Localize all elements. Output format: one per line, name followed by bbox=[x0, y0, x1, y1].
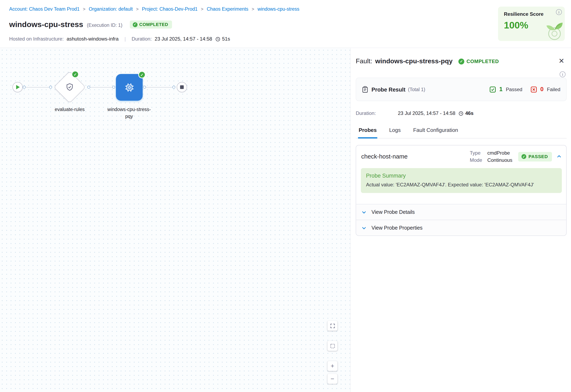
info-icon[interactable]: i bbox=[556, 9, 562, 15]
probe-summary-text: Actual value: 'EC2AMAZ-QMVAF4J'. Expecte… bbox=[366, 182, 557, 188]
breadcrumb-organization[interactable]: Organization: default bbox=[89, 6, 133, 12]
check-circle-icon: ✓ bbox=[458, 58, 464, 64]
page-header: Account: Chaos Dev Team Prod1 > Organiza… bbox=[0, 0, 571, 47]
panel-duration-row: Duration: 23 Jul 2025, 14:57 - 14:58 46s bbox=[356, 111, 567, 116]
view-probe-details-expander[interactable]: View Probe Details bbox=[356, 204, 566, 220]
play-icon bbox=[15, 85, 20, 89]
probe-summary-box: Probe Summary Actual value: 'EC2AMAZ-QMV… bbox=[361, 168, 562, 193]
view-probe-properties-label: View Probe Properties bbox=[371, 225, 422, 231]
execution-id: (Execution ID: 1) bbox=[87, 22, 122, 28]
stop-icon bbox=[180, 85, 184, 89]
meta-row: Hosted on Infrastructure: ashutosh-windo… bbox=[9, 36, 230, 42]
select-area-button[interactable] bbox=[328, 341, 337, 351]
probe-card: check-host-name Type cmdProbe Mode Conti… bbox=[356, 145, 567, 236]
passed-count: 1 bbox=[499, 86, 502, 93]
probe-result-total: (Total 1) bbox=[408, 87, 425, 92]
probe-result-counts: 1 Passed 0 Failed bbox=[490, 86, 560, 93]
edge-line bbox=[146, 87, 172, 88]
probe-type-value: cmdProbe bbox=[487, 150, 512, 156]
fault-header: Fault: windows-cpu-stress-pqy ✓ COMPLETE… bbox=[356, 57, 567, 65]
pipeline-stop-node[interactable] bbox=[177, 82, 187, 92]
infra-label: Hosted on Infrastructure: bbox=[9, 36, 64, 42]
probe-status-badge: ✓ PASSED bbox=[518, 152, 552, 161]
edge-line bbox=[90, 87, 113, 88]
edge-dot bbox=[87, 86, 90, 88]
fault-status: ✓ COMPLETED bbox=[458, 58, 499, 64]
collapse-probe-button[interactable] bbox=[556, 154, 562, 159]
fault-status-label: COMPLETED bbox=[466, 58, 499, 64]
pipeline-node-evaluate-rules[interactable]: ✓ bbox=[53, 71, 86, 104]
breadcrumb-chaos-experiments[interactable]: Chaos Experiments bbox=[207, 6, 248, 12]
failed-count: 0 bbox=[540, 86, 543, 93]
edge-dot bbox=[172, 86, 175, 88]
resilience-score-card: Resilience Score 100% i bbox=[498, 7, 565, 41]
panel-duration-value: 23 Jul 2025, 14:57 - 14:58 bbox=[398, 111, 455, 116]
app-root: Account: Chaos Dev Team Prod1 > Organiza… bbox=[0, 0, 571, 392]
passed-checkbox-icon bbox=[490, 86, 496, 92]
edge-dot bbox=[112, 86, 115, 88]
edge-dot bbox=[143, 86, 146, 88]
probe-summary-title: Probe Summary bbox=[366, 172, 557, 179]
edge-dot bbox=[49, 86, 52, 88]
chevron-down-icon bbox=[361, 209, 367, 215]
resilience-score-label: Resilience Score bbox=[504, 11, 559, 17]
panel-tabs: Probes Logs Fault Configuration bbox=[356, 124, 567, 139]
probe-result-card: Probe Result (Total 1) 1 Passed 0 Failed… bbox=[356, 78, 567, 101]
probe-mode-value: Continuous bbox=[487, 157, 512, 163]
duration-value: 23 Jul 2025, 14:57 - 14:58 bbox=[155, 36, 212, 42]
cpu-fault-icon bbox=[124, 82, 135, 93]
tab-fault-configuration[interactable]: Fault Configuration bbox=[412, 124, 459, 138]
success-check-badge: ✓ bbox=[72, 71, 78, 77]
breadcrumb-current[interactable]: windows-cpu-stress bbox=[258, 6, 300, 12]
info-icon[interactable]: i bbox=[560, 71, 566, 77]
status-badge: ✓ COMPLETED bbox=[130, 20, 172, 28]
probe-mode-label: Mode bbox=[470, 157, 482, 163]
chevron-right-icon: > bbox=[201, 6, 203, 12]
probe-name: check-host-name bbox=[361, 153, 407, 160]
zoom-out-button[interactable]: − bbox=[328, 374, 337, 384]
infra-value: ashutosh-windows-infra bbox=[67, 36, 119, 42]
close-panel-button[interactable]: ✕ bbox=[558, 57, 564, 65]
pipeline-node-windows-cpu-stress-pqy[interactable]: ✓ bbox=[116, 74, 143, 101]
view-probe-details-label: View Probe Details bbox=[371, 209, 415, 215]
chevron-down-icon bbox=[361, 225, 367, 231]
tab-probes[interactable]: Probes bbox=[358, 124, 377, 138]
fullscreen-button[interactable] bbox=[328, 321, 337, 331]
panel-duration-elapsed: 46s bbox=[458, 111, 473, 116]
probe-result-label: Probe Result bbox=[371, 86, 405, 92]
status-badge-label: COMPLETED bbox=[139, 22, 168, 27]
fault-title-prefix: Fault: bbox=[356, 57, 372, 65]
clock-icon bbox=[215, 36, 220, 42]
failed-label: Failed bbox=[547, 87, 560, 92]
duration-label: Duration: bbox=[132, 36, 152, 42]
probe-card-header[interactable]: check-host-name Type cmdProbe Mode Conti… bbox=[356, 145, 566, 167]
chevron-up-icon bbox=[556, 154, 562, 159]
edge-dot bbox=[23, 86, 26, 88]
edge-line bbox=[26, 87, 49, 88]
chevron-right-icon: > bbox=[83, 6, 86, 12]
tab-logs[interactable]: Logs bbox=[389, 124, 401, 138]
probe-status-label: PASSED bbox=[528, 154, 548, 159]
node-label-evaluate-rules: evaluate-rules bbox=[44, 106, 95, 113]
leaf-decoration bbox=[537, 21, 563, 40]
breadcrumb-project[interactable]: Project: Chaos-Dev-Prod1 bbox=[142, 6, 197, 12]
page-title: windows-cpu-stress bbox=[9, 20, 83, 29]
breadcrumb: Account: Chaos Dev Team Prod1 > Organiza… bbox=[9, 6, 300, 12]
zoom-in-button[interactable]: + bbox=[328, 361, 337, 371]
view-probe-properties-expander[interactable]: View Probe Properties bbox=[356, 220, 566, 236]
probe-type-label: Type bbox=[470, 150, 482, 156]
probe-type-mode: Type cmdProbe Mode Continuous bbox=[470, 150, 512, 163]
breadcrumb-account[interactable]: Account: Chaos Dev Team Prod1 bbox=[9, 6, 80, 12]
fault-detail-panel: Fault: windows-cpu-stress-pqy ✓ COMPLETE… bbox=[350, 47, 571, 392]
check-circle-icon: ✓ bbox=[133, 22, 137, 27]
pipeline-canvas[interactable]: ✓ evaluate-rules ✓ windows-cpu-stress-pq… bbox=[0, 47, 350, 392]
node-label-windows-cpu-stress-pqy: windows-cpu-stress-pqy bbox=[107, 106, 151, 120]
passed-label: Passed bbox=[506, 87, 522, 92]
check-circle-icon: ✓ bbox=[522, 154, 526, 159]
chevron-right-icon: > bbox=[136, 6, 139, 12]
pipeline-start-node[interactable] bbox=[13, 82, 23, 92]
panel-duration-elapsed-value: 46s bbox=[465, 111, 473, 116]
title-row: windows-cpu-stress (Execution ID: 1) ✓ C… bbox=[9, 20, 172, 29]
clipboard-icon bbox=[362, 86, 368, 93]
chevron-right-icon: > bbox=[252, 6, 254, 12]
